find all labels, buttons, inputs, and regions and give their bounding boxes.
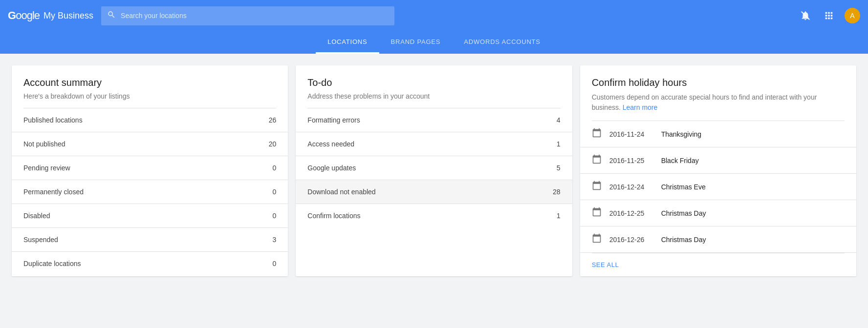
permanently-closed-value: 0	[273, 188, 277, 196]
todo-row-formatting[interactable]: Formatting errors 4	[296, 108, 572, 132]
tab-brand-pages[interactable]: BRAND PAGES	[379, 31, 453, 54]
todo-title: To-do	[307, 77, 560, 88]
main-content: Account summary Here's a breakdown of yo…	[0, 54, 868, 288]
tab-locations[interactable]: LOCATIONS	[316, 31, 379, 54]
pending-label: Pending review	[23, 164, 70, 172]
pending-value: 0	[273, 164, 277, 172]
calendar-icon-christmas-eve	[592, 181, 602, 193]
disabled-value: 0	[273, 212, 277, 220]
calendar-icon-thanksgiving	[592, 128, 602, 140]
disabled-label: Disabled	[23, 212, 50, 220]
todo-subtitle: Address these problems in your account	[307, 92, 560, 100]
summary-row-pending: Pending review 0	[12, 156, 288, 180]
holiday-row-christmas-day-1: 2016-12-25 Christmas Day	[580, 200, 856, 226]
app-header: Google My Business A	[0, 0, 868, 31]
not-published-value: 20	[269, 140, 277, 148]
thanksgiving-name: Thanksgiving	[661, 130, 702, 138]
holiday-row-christmas-eve: 2016-12-24 Christmas Eve	[580, 174, 856, 200]
calendar-icon-black-friday	[592, 154, 602, 166]
todo-header: To-do Address these problems in your acc…	[296, 65, 572, 108]
account-summary-title: Account summary	[23, 77, 276, 88]
published-label: Published locations	[23, 116, 83, 124]
summary-row-duplicate: Duplicate locations 0	[12, 252, 288, 275]
black-friday-date: 2016-11-25	[609, 157, 653, 164]
holiday-row-christmas-day-2: 2016-12-26 Christmas Day	[580, 226, 856, 253]
christmas-eve-name: Christmas Eve	[661, 183, 706, 191]
suspended-value: 3	[273, 236, 277, 244]
holiday-row-black-friday: 2016-11-25 Black Friday	[580, 147, 856, 174]
summary-row-not-published: Not published 20	[12, 132, 288, 156]
christmas-day-2-name: Christmas Day	[661, 236, 706, 244]
download-not-enabled-value: 28	[553, 188, 561, 196]
download-not-enabled-label: Download not enabled	[307, 188, 375, 196]
learn-more-link[interactable]: Learn more	[623, 103, 658, 111]
search-icon	[107, 10, 116, 21]
not-published-label: Not published	[23, 140, 65, 148]
google-updates-value: 5	[557, 164, 561, 172]
apps-icon[interactable]	[821, 8, 837, 23]
christmas-day-2-date: 2016-12-26	[609, 236, 653, 244]
search-bar[interactable]	[101, 6, 394, 25]
header-actions: A	[798, 8, 860, 23]
suspended-label: Suspended	[23, 236, 58, 244]
formatting-errors-value: 4	[557, 116, 561, 124]
notifications-off-icon[interactable]	[798, 8, 813, 23]
calendar-icon-christmas-day-1	[592, 207, 602, 219]
account-summary-subtitle: Here's a breakdown of your listings	[23, 92, 276, 100]
todo-row-download[interactable]: Download not enabled 28	[296, 180, 572, 204]
holiday-header: Confirm holiday hours Customers depend o…	[580, 65, 856, 121]
summary-row-published: Published locations 26	[12, 108, 288, 132]
duplicate-value: 0	[273, 260, 277, 267]
access-needed-value: 1	[557, 140, 561, 148]
summary-row-suspended: Suspended 3	[12, 228, 288, 252]
duplicate-label: Duplicate locations	[23, 260, 81, 267]
access-needed-label: Access needed	[307, 140, 354, 148]
holiday-row-thanksgiving: 2016-11-24 Thanksgiving	[580, 121, 856, 147]
todo-row-confirm[interactable]: Confirm locations 1	[296, 204, 572, 227]
todo-row-access[interactable]: Access needed 1	[296, 132, 572, 156]
calendar-icon-christmas-day-2	[592, 233, 602, 246]
user-avatar[interactable]: A	[845, 8, 860, 23]
black-friday-name: Black Friday	[661, 157, 699, 164]
summary-row-permanently-closed: Permanently closed 0	[12, 180, 288, 204]
account-summary-card: Account summary Here's a breakdown of yo…	[12, 65, 288, 276]
thanksgiving-date: 2016-11-24	[609, 130, 653, 138]
permanently-closed-label: Permanently closed	[23, 188, 84, 196]
logo-area: Google My Business	[8, 9, 93, 22]
christmas-day-1-date: 2016-12-25	[609, 209, 653, 217]
see-all-link[interactable]: SEE ALL	[580, 253, 856, 276]
published-value: 26	[269, 116, 277, 124]
christmas-day-1-name: Christmas Day	[661, 209, 706, 217]
formatting-errors-label: Formatting errors	[307, 116, 360, 124]
google-logo: Google	[8, 9, 40, 22]
account-summary-header: Account summary Here's a breakdown of yo…	[12, 65, 288, 108]
confirm-locations-value: 1	[557, 212, 561, 220]
google-updates-label: Google updates	[307, 164, 356, 172]
confirm-locations-label: Confirm locations	[307, 212, 360, 220]
tab-adwords[interactable]: ADWORDS ACCOUNTS	[452, 31, 552, 54]
todo-row-google-updates[interactable]: Google updates 5	[296, 156, 572, 180]
holiday-title: Confirm holiday hours	[592, 77, 845, 88]
summary-row-disabled: Disabled 0	[12, 204, 288, 228]
christmas-eve-date: 2016-12-24	[609, 183, 653, 191]
app-name: My Business	[43, 11, 93, 21]
holiday-description: Customers depend on accurate special hou…	[592, 92, 845, 113]
todo-card: To-do Address these problems in your acc…	[296, 65, 572, 276]
main-nav: LOCATIONS BRAND PAGES ADWORDS ACCOUNTS	[0, 31, 868, 54]
holiday-hours-card: Confirm holiday hours Customers depend o…	[580, 65, 856, 276]
search-input[interactable]	[121, 12, 389, 20]
